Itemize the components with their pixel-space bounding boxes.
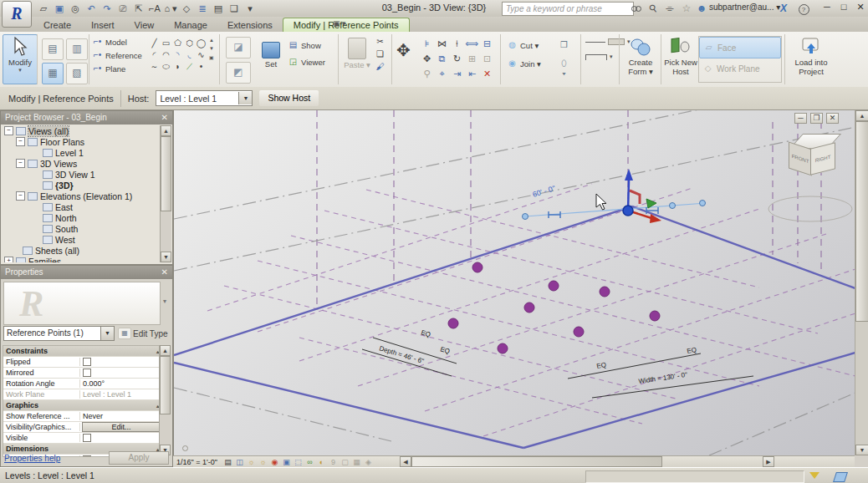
view-minimize-icon[interactable]: ─ <box>794 113 807 124</box>
join-geometry-button[interactable]: ◉Join ▾ <box>507 58 541 69</box>
modify-tool-icon[interactable]: ⌖ <box>435 67 449 81</box>
properties-tile[interactable]: ▧ <box>66 63 88 84</box>
qat-icon[interactable]: ⌂ ▾ <box>164 2 177 15</box>
property-row[interactable]: Flipped <box>3 357 162 368</box>
ribbon-tab[interactable]: Extensions <box>217 18 283 32</box>
maximize-button[interactable]: □ <box>838 2 850 13</box>
edit-type-button[interactable]: ▦ Edit Type <box>118 326 170 341</box>
draw-type-row[interactable]: ⌐• Model <box>92 37 142 47</box>
preview-expand-icon[interactable]: ▾ <box>163 297 166 305</box>
qat-icon[interactable]: ▾ <box>243 2 257 15</box>
show-workplane-button[interactable]: ▤Show <box>288 40 325 50</box>
properties-header[interactable]: Properties ✕ <box>1 266 172 279</box>
view-restore-icon[interactable]: ❐ <box>810 113 823 124</box>
properties-tile[interactable]: ▦ <box>42 63 64 84</box>
canvas-horizontal-scrollbar[interactable]: ◀ ▶ <box>400 456 774 467</box>
help-icon[interactable]: ? ▾ <box>796 2 811 15</box>
view-control-icon[interactable]: ⬚ <box>293 457 304 467</box>
ribbon-tab[interactable]: View <box>125 18 165 32</box>
qat-icon[interactable]: ❏ ▾ <box>227 2 241 15</box>
draw-tool-icon[interactable]: ◗ <box>172 61 183 72</box>
property-row[interactable]: Work Plane Level : Level 1 <box>3 389 162 400</box>
draw-tool-icon[interactable]: ◠ <box>161 49 171 60</box>
move-cross-icon[interactable]: ✥ <box>396 40 411 60</box>
viewcube[interactable]: FRONT RIGHT <box>789 134 847 192</box>
property-row[interactable]: Show Reference ... Never <box>3 411 162 422</box>
scroll-down-icon[interactable]: ▼ <box>855 445 868 455</box>
view-control-icon[interactable]: 9 <box>328 457 339 467</box>
tree-item[interactable]: Level 1 <box>3 147 160 158</box>
qat-icon[interactable]: ◎ ▾ <box>69 2 82 15</box>
workplane-3d-icon[interactable]: ◪ <box>226 37 251 58</box>
tree-toggle[interactable]: − <box>4 126 13 135</box>
favorites-star-icon[interactable]: ☆ <box>679 2 694 15</box>
view-control-icon[interactable]: ▦ <box>351 457 362 467</box>
qat-icon[interactable]: ▤ <box>212 2 225 15</box>
modify-tool-icon[interactable]: ⊟ <box>480 37 494 51</box>
draw-type-row[interactable]: ⌐• Plane <box>92 64 142 74</box>
project-browser-header[interactable]: Project Browser - 03_Begin ✕ <box>1 111 172 125</box>
modify-tool-icon[interactable]: ⋈ <box>435 37 449 51</box>
draw-tool-icon[interactable]: ◝ <box>172 49 183 60</box>
modify-tool-button[interactable]: Modify ▾ <box>3 34 38 84</box>
clipboard-icon[interactable]: ✂ <box>375 37 385 47</box>
type-selector-dropdown[interactable]: Reference Points (1) ▼ <box>3 326 115 341</box>
modify-tool-icon[interactable]: ⇤ <box>465 67 479 81</box>
modify-tool-icon[interactable]: ↻ <box>450 52 464 66</box>
load-into-project-button[interactable]: Load into Project <box>786 35 836 76</box>
draw-tool-icon[interactable]: ◯ <box>196 38 207 48</box>
modify-tool-icon[interactable]: ⟺ <box>465 37 479 51</box>
apply-button[interactable]: Apply <box>109 451 169 465</box>
qat-icon[interactable]: ▣ <box>53 2 66 15</box>
draw-tool-icon[interactable]: ∿ <box>196 49 207 60</box>
draw-tool-icon[interactable]: ╱ <box>149 38 160 48</box>
tree-item[interactable]: North <box>3 212 160 223</box>
tree-item[interactable]: Sheets (all) <box>3 245 160 256</box>
property-row[interactable]: Visible <box>3 433 162 444</box>
close-icon[interactable]: ✕ <box>161 111 168 125</box>
clipboard-icon[interactable]: ❏ <box>375 49 385 59</box>
tree-toggle[interactable]: − <box>16 191 25 201</box>
properties-tile[interactable]: ▥ <box>66 38 88 60</box>
view-control-icon[interactable]: ▣ <box>281 457 292 467</box>
view-control-icon[interactable]: ∞ <box>304 457 315 467</box>
project-browser-scrollbar[interactable]: ▲ ▼ <box>160 125 171 262</box>
pick-new-host-button[interactable]: Pick New Host <box>662 35 699 76</box>
properties-tile[interactable]: ▤ <box>42 38 64 60</box>
view-control-icon[interactable]: ▢ <box>340 457 350 467</box>
modify-tool-icon[interactable]: ⧉ <box>435 52 449 66</box>
minimize-button[interactable]: ─ <box>821 2 833 13</box>
communication-center-icon[interactable]: ⌯ <box>662 2 677 15</box>
scroll-up-icon[interactable]: ▲ <box>160 345 171 356</box>
qat-icon[interactable]: ▱ <box>37 2 50 15</box>
close-icon[interactable]: ✕ <box>161 266 168 279</box>
application-menu-button[interactable]: R <box>2 1 32 28</box>
canvas-vertical-scrollbar[interactable]: ▲ ▼ <box>855 110 868 455</box>
modify-tool-icon[interactable]: ⇥ <box>450 67 464 81</box>
show-hidden-box-icon[interactable]: ❒ <box>559 40 569 50</box>
host-dropdown[interactable]: Level : Level 1 ▼ <box>156 90 253 106</box>
ribbon-tab[interactable]: Create <box>33 18 81 32</box>
panel-display-toggle[interactable]: ▣ ▾ <box>333 19 346 28</box>
create-form-button[interactable]: Create Form ▾ <box>622 35 659 76</box>
scroll-down-icon[interactable]: ▼ <box>161 252 171 262</box>
signed-in-user[interactable]: subpartner@au... ▾ <box>709 3 780 12</box>
filter-icon[interactable] <box>809 472 819 479</box>
draw-tool-icon[interactable]: ～ <box>149 61 160 72</box>
cut-geometry-button[interactable]: ◍Cut ▾ <box>507 40 541 50</box>
property-row[interactable]: Graphics ▴▴ <box>3 400 162 411</box>
close-button[interactable]: ✕ <box>855 2 866 13</box>
property-row[interactable]: Constraints ▴▴ <box>3 346 162 357</box>
view-control-icon[interactable]: ◈ <box>363 457 374 467</box>
tree-item[interactable]: − Elevations (Elevation 1) <box>3 191 160 201</box>
tree-toggle[interactable]: + <box>4 257 13 262</box>
qat-icon[interactable]: ⎚ ▾ <box>116 2 130 15</box>
work-plane-option[interactable]: ◇ Work Plane <box>699 58 781 79</box>
view-control-icon[interactable]: ◐ <box>316 457 327 467</box>
draw-tool-icon[interactable]: ◟ <box>184 49 195 60</box>
qat-icon[interactable]: ≣ <box>196 2 209 15</box>
viewer-button[interactable]: ◲Viewer <box>288 57 325 67</box>
workplane-3d-icon-2[interactable]: ◩ <box>226 62 251 84</box>
tree-item[interactable]: + Families <box>3 256 160 262</box>
property-row[interactable]: Rotation Angle 0.000° <box>3 379 162 389</box>
